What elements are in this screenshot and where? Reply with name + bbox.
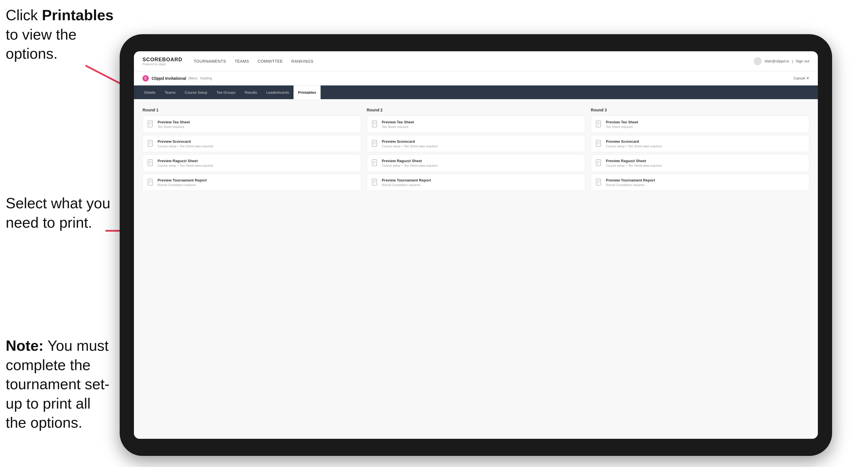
instruction-bottom-bold: Note: xyxy=(6,337,43,354)
sign-out-link[interactable]: Sign out xyxy=(796,59,809,63)
svg-rect-32 xyxy=(372,179,377,185)
tab-teams[interactable]: Teams xyxy=(160,86,180,99)
round-3-tee-sheet[interactable]: Preview Tee Sheet Tee Sheet required xyxy=(591,116,809,133)
round-3-tee-sheet-subtitle: Tee Sheet required xyxy=(606,125,804,128)
round-1-raguzzi-info: Preview Raguzzi Sheet Course setup + Tee… xyxy=(158,159,356,167)
round-2-tournament-report[interactable]: Preview Tournament Report Round Completi… xyxy=(367,174,585,191)
round-1-tee-sheet[interactable]: Preview Tee Sheet Tee Sheet required xyxy=(143,116,361,133)
round-2-raguzzi-subtitle: Course setup + Tee Sheet data required xyxy=(382,164,581,167)
tab-details[interactable]: Details xyxy=(140,86,160,99)
round-3-scorecard[interactable]: Preview Scorecard Course setup + Tee She… xyxy=(591,135,809,152)
round-2-report-icon xyxy=(372,179,378,187)
round-3-scorecard-icon xyxy=(596,140,602,148)
instruction-mid: Select what you need to print. xyxy=(6,194,114,232)
tee-sheet-icon xyxy=(147,121,154,128)
nav-teams[interactable]: TEAMS xyxy=(235,58,249,65)
round-1-tee-sheet-info: Preview Tee Sheet Tee Sheet required xyxy=(158,120,356,128)
round-3-raguzzi-info: Preview Raguzzi Sheet Course setup + Tee… xyxy=(606,159,804,167)
round-2-header: Round 2 xyxy=(367,108,585,112)
round-3-tee-sheet-icon xyxy=(596,121,602,128)
tab-tee-groups[interactable]: Tee Groups xyxy=(212,86,240,99)
round-2-scorecard[interactable]: Preview Scorecard Course setup + Tee She… xyxy=(367,135,585,152)
svg-rect-28 xyxy=(372,160,377,166)
round-2-report-subtitle: Round Completion required xyxy=(382,183,581,187)
round-1-tee-sheet-subtitle: Tee Sheet required xyxy=(158,125,356,128)
round-1-header: Round 1 xyxy=(143,108,361,112)
logo-title: SCOREBOARD xyxy=(143,57,182,63)
round-2-cards: Preview Tee Sheet Tee Sheet required Pre… xyxy=(367,116,585,191)
svg-rect-36 xyxy=(596,121,601,127)
tab-leaderboards[interactable]: Leaderboards xyxy=(261,86,293,99)
round-3-tournament-report[interactable]: Preview Tournament Report Round Completi… xyxy=(591,174,809,191)
instruction-bottom: Note: You must complete the tournament s… xyxy=(6,336,114,433)
main-nav: TOURNAMENTS TEAMS COMMITTEE RANKINGS xyxy=(194,58,754,65)
round-1-cards: Preview Tee Sheet Tee Sheet required xyxy=(143,116,361,191)
tournament-logo: C xyxy=(143,75,149,82)
round-2-raguzzi-title: Preview Raguzzi Sheet xyxy=(382,159,581,163)
round-2-tee-sheet-title: Preview Tee Sheet xyxy=(382,120,581,124)
round-3-header: Round 3 xyxy=(591,108,809,112)
tab-course-setup[interactable]: Course Setup xyxy=(180,86,212,99)
round-1-raguzzi-subtitle: Course setup + Tee Sheet data required xyxy=(158,164,356,167)
tournament-logo-letter: C xyxy=(145,76,147,80)
round-1-tee-sheet-title: Preview Tee Sheet xyxy=(158,120,356,124)
svg-rect-20 xyxy=(372,121,377,127)
app-header: SCOREBOARD Powered by clippd TOURNAMENTS… xyxy=(134,51,818,71)
round-1-scorecard-info: Preview Scorecard Course setup + Tee She… xyxy=(158,139,356,148)
instruction-mid-text: Select what you need to print. xyxy=(6,195,110,231)
round-1-raguzzi[interactable]: Preview Raguzzi Sheet Course setup + Tee… xyxy=(143,154,361,172)
round-3-scorecard-info: Preview Scorecard Course setup + Tee She… xyxy=(606,139,804,148)
tournament-meta-text: (Men) xyxy=(188,76,197,80)
round-3-raguzzi-title: Preview Raguzzi Sheet xyxy=(606,159,804,163)
round-3-cards: Preview Tee Sheet Tee Sheet required Pre… xyxy=(591,116,809,191)
round-2-tee-sheet-icon xyxy=(372,121,378,128)
user-avatar xyxy=(754,57,762,65)
round-3-scorecard-subtitle: Course setup + Tee Sheet data required xyxy=(606,145,804,148)
round-2-scorecard-subtitle: Course setup + Tee Sheet data required xyxy=(382,145,581,148)
tournament-status: Hosting xyxy=(200,76,212,80)
separator: | xyxy=(792,59,793,63)
round-1-raguzzi-title: Preview Raguzzi Sheet xyxy=(158,159,356,163)
round-2-raguzzi[interactable]: Preview Raguzzi Sheet Course setup + Tee… xyxy=(367,154,585,172)
tournament-bar: C Clippd Invitational (Men) Hosting Canc… xyxy=(134,71,818,86)
cancel-button[interactable]: Cancel ✕ xyxy=(794,76,809,80)
raguzzi-icon xyxy=(147,159,154,167)
tournament-name: Clippd Invitational xyxy=(152,76,186,81)
round-2-report-info: Preview Tournament Report Round Completi… xyxy=(382,178,581,187)
nav-committee[interactable]: COMMITTEE xyxy=(258,58,283,65)
main-content: Round 1 xyxy=(134,99,818,439)
round-3-tee-sheet-info: Preview Tee Sheet Tee Sheet required xyxy=(606,120,804,128)
nav-rankings[interactable]: RANKINGS xyxy=(291,58,313,65)
round-2-scorecard-icon xyxy=(372,140,378,148)
round-3-scorecard-title: Preview Scorecard xyxy=(606,139,804,144)
tablet-frame: SCOREBOARD Powered by clippd TOURNAMENTS… xyxy=(120,34,832,456)
svg-rect-44 xyxy=(596,160,601,166)
round-1-tournament-report-info: Preview Tournament Report Round Completi… xyxy=(158,178,356,187)
instruction-top-bold: Printables xyxy=(42,7,114,23)
round-1-scorecard-subtitle: Course setup + Tee Sheet data required xyxy=(158,145,356,148)
round-2-raguzzi-icon xyxy=(372,159,378,167)
round-3-raguzzi-icon xyxy=(596,159,602,167)
tab-printables[interactable]: Printables xyxy=(293,86,320,99)
nav-tournaments[interactable]: TOURNAMENTS xyxy=(194,58,226,65)
svg-rect-4 xyxy=(148,121,152,127)
user-email: blair@clippd.io xyxy=(765,59,789,63)
round-3-report-info: Preview Tournament Report Round Completi… xyxy=(606,178,804,187)
logo-sub: Powered by clippd xyxy=(143,63,182,66)
instruction-top-prefix: Click xyxy=(6,7,42,23)
svg-rect-48 xyxy=(596,179,601,185)
instruction-top: Click Printables to view the options. xyxy=(6,6,114,64)
svg-rect-12 xyxy=(148,160,152,166)
svg-rect-16 xyxy=(148,179,152,185)
round-2-tee-sheet[interactable]: Preview Tee Sheet Tee Sheet required xyxy=(367,116,585,133)
svg-rect-40 xyxy=(596,140,601,147)
scorecard-icon xyxy=(147,140,154,148)
round-2-raguzzi-info: Preview Raguzzi Sheet Course setup + Tee… xyxy=(382,159,581,167)
svg-rect-24 xyxy=(372,140,377,147)
round-3-report-icon xyxy=(596,179,602,187)
tab-results[interactable]: Results xyxy=(240,86,261,99)
round-3-raguzzi[interactable]: Preview Raguzzi Sheet Course setup + Tee… xyxy=(591,154,809,172)
tournament-meta: (Men) Hosting xyxy=(188,76,212,80)
round-1-tournament-report[interactable]: Preview Tournament Report Round Completi… xyxy=(143,174,361,191)
round-1-scorecard[interactable]: Preview Scorecard Course setup + Tee She… xyxy=(143,135,361,152)
